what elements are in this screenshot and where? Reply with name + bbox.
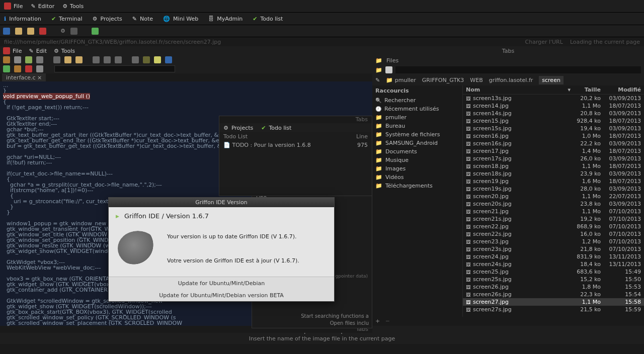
new-file-icon[interactable] xyxy=(385,66,392,73)
reload-icon[interactable] xyxy=(3,28,10,35)
file-row[interactable]: screen19.jpg1,6 Mo18/07/2013 xyxy=(463,178,644,185)
folder-icon[interactable] xyxy=(375,67,382,73)
file-row[interactable]: screen27s.jpg21,5 ko15:59 xyxy=(463,306,644,313)
editor-menu-file[interactable]: File xyxy=(3,47,22,54)
forward-icon[interactable] xyxy=(27,28,34,35)
file-row[interactable]: screen16.jpg1,0 Mo18/07/2013 xyxy=(463,132,644,140)
run-icon[interactable] xyxy=(3,65,10,72)
build-icon[interactable] xyxy=(36,65,43,72)
file-row[interactable]: screen26.jpg1,8 Mo15:53 xyxy=(463,283,644,291)
shortcut-item[interactable]: Téléchargements xyxy=(372,182,462,190)
path-input[interactable] xyxy=(395,66,641,73)
file-row[interactable]: screen20s.jpg23,8 ko03/09/2013 xyxy=(463,200,644,208)
gear-icon[interactable] xyxy=(60,28,65,34)
menu-file[interactable]: File xyxy=(4,3,23,10)
todo-row[interactable]: 📄 TODO : Pour la version 1.6.8975 xyxy=(219,141,372,149)
redo-icon[interactable] xyxy=(75,56,83,63)
file-row[interactable]: screen26s.jpg22,3 ko15:54 xyxy=(463,291,644,298)
file-row[interactable]: screen23.jpg1,2 Mo07/10/2013 xyxy=(463,238,644,245)
open-icon[interactable] xyxy=(14,56,21,63)
copy-icon[interactable] xyxy=(93,56,100,63)
file-row[interactable]: screen15.jpg928,4 ko18/07/2013 xyxy=(463,117,644,125)
charger-url-button[interactable]: Charger l'URL xyxy=(525,39,562,45)
file-row[interactable]: screen22s.jpg16,0 ko07/10/2013 xyxy=(463,230,644,238)
menu-miniweb[interactable]: Mini Web xyxy=(163,16,198,22)
shortcut-item[interactable]: Récemment utilisés xyxy=(372,105,462,113)
shortcut-item[interactable]: Bureau xyxy=(372,122,462,130)
menu-todolist[interactable]: Todo list xyxy=(253,16,283,22)
file-row[interactable]: screen13s.jpg20,2 ko03/09/2013 xyxy=(463,95,644,102)
col-name[interactable]: Nom ▾ xyxy=(466,86,571,93)
remove-button[interactable]: − xyxy=(385,318,390,324)
todo-tab[interactable]: Todo list xyxy=(261,125,291,131)
funcs-open-link[interactable]: Open files inclu xyxy=(330,320,369,326)
crumb-screen[interactable]: screen xyxy=(539,76,564,84)
menu-information[interactable]: Information xyxy=(4,16,41,22)
file-row[interactable]: screen19s.jpg28,0 ko03/09/2013 xyxy=(463,185,644,193)
shortcut-item[interactable]: Vidéos xyxy=(372,173,462,182)
file-row[interactable]: screen14s.jpg20,8 ko03/09/2013 xyxy=(463,110,644,117)
shortcut-item[interactable]: pmuller xyxy=(372,113,462,122)
stop-icon[interactable] xyxy=(39,28,46,35)
menu-note[interactable]: Note xyxy=(132,16,153,22)
file-row[interactable]: screen17.jpg1,4 Mo18/07/2013 xyxy=(463,147,644,155)
editor-menu-tools[interactable]: Tools xyxy=(54,48,75,54)
cut-icon[interactable] xyxy=(53,56,60,63)
config-icon[interactable] xyxy=(132,56,139,63)
update-button[interactable]: Update for Ubuntu/Mint/Debian xyxy=(109,277,334,289)
file-row[interactable]: screen21s.jpg19,2 ko07/10/2013 xyxy=(463,215,644,223)
close-icon[interactable] xyxy=(25,65,32,72)
file-row[interactable]: screen18s.jpg23,9 ko03/09/2013 xyxy=(463,170,644,178)
file-row[interactable]: screen16s.jpg22,2 ko03/09/2013 xyxy=(463,140,644,147)
shortcut-item[interactable]: SAMSUNG_Android xyxy=(372,139,462,147)
menu-terminal[interactable]: Terminal xyxy=(51,16,83,22)
help-icon[interactable] xyxy=(165,56,172,63)
file-row[interactable]: screen25.jpg683,6 ko15:49 xyxy=(463,268,644,276)
file-row[interactable]: screen18.jpg1,1 Mo18/07/2013 xyxy=(463,162,644,170)
file-row[interactable]: screen24.jpg831,9 ko13/11/2013 xyxy=(463,253,644,260)
menu-myadmin[interactable]: MyAdmin xyxy=(208,16,243,22)
file-row[interactable]: screen14.jpg1,1 Mo18/07/2013 xyxy=(463,102,644,110)
add-icon[interactable] xyxy=(92,28,99,35)
file-row[interactable]: screen25s.jpg15,2 ko15:50 xyxy=(463,276,644,283)
insert-filename-button[interactable]: Insert the name of the image file in the… xyxy=(249,335,395,342)
add-button[interactable]: + xyxy=(375,318,380,324)
update-beta-button[interactable]: Update for Ubuntu/Mint/Debian version BE… xyxy=(109,289,334,301)
nav-icon[interactable] xyxy=(14,65,21,72)
expand-icon[interactable] xyxy=(70,28,77,35)
shortcut-item[interactable]: Images xyxy=(372,164,462,173)
menu-projects[interactable]: Projects xyxy=(93,16,122,22)
crumb-lasotel[interactable]: griffon.lasotel.fr xyxy=(489,77,533,83)
col-mod[interactable]: Modifié xyxy=(601,86,641,93)
crumb-pmuller[interactable]: pmuller xyxy=(386,77,416,83)
crumb-griffon[interactable]: GRIFFON_GTK3 xyxy=(422,77,464,83)
paste-icon[interactable] xyxy=(104,56,111,63)
new-icon[interactable] xyxy=(3,56,10,63)
menu-editor[interactable]: Editor xyxy=(31,3,54,10)
menu-tools[interactable]: Tools xyxy=(62,3,84,10)
projects-tab[interactable]: Projects xyxy=(223,125,253,131)
shortcut-item[interactable]: Musique xyxy=(372,156,462,164)
shortcut-item[interactable]: Système de fichiers xyxy=(372,130,462,139)
find-icon[interactable] xyxy=(115,56,122,63)
file-row[interactable]: screen27.jpg1,1 Mo15:58 xyxy=(463,298,644,306)
file-row[interactable]: screen15s.jpg19,4 ko03/09/2013 xyxy=(463,125,644,132)
editor-tab[interactable]: interface.c × xyxy=(2,73,46,81)
funcs-search-link[interactable]: Start searching functions a xyxy=(301,313,369,319)
back-icon[interactable] xyxy=(15,28,22,35)
undo-icon[interactable] xyxy=(64,56,71,63)
saveall-icon[interactable] xyxy=(36,56,43,63)
shortcut-item[interactable]: Documents xyxy=(372,147,462,156)
shortcut-item[interactable]: Rechercher xyxy=(372,96,462,105)
file-row[interactable]: screen20.jpg1,1 Mo22/07/2013 xyxy=(463,193,644,200)
star-icon[interactable] xyxy=(154,56,161,63)
file-row[interactable]: screen23s.jpg21,8 ko07/10/2013 xyxy=(463,245,644,253)
crumb-web[interactable]: WEB xyxy=(470,77,482,83)
file-row[interactable]: screen22.jpg868,9 ko07/10/2013 xyxy=(463,223,644,230)
file-row[interactable]: screen21.jpg1,1 Mo07/10/2013 xyxy=(463,208,644,215)
edit-path-icon[interactable] xyxy=(375,77,380,83)
save-icon[interactable] xyxy=(25,56,32,63)
file-row[interactable]: screen24s.jpg18,4 ko13/11/2013 xyxy=(463,260,644,268)
search-input[interactable] xyxy=(54,65,175,72)
editor-menu-edit[interactable]: Edit xyxy=(29,48,47,54)
